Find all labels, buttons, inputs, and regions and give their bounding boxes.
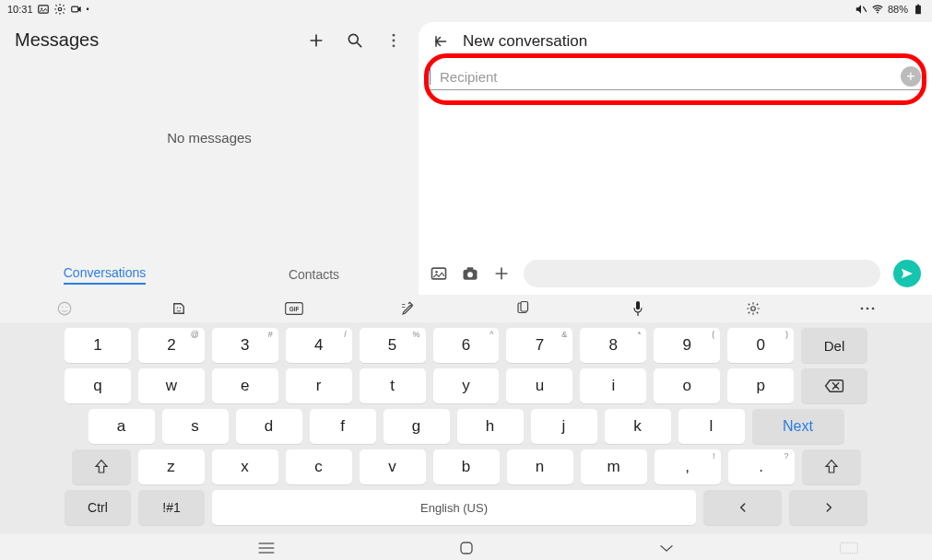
key-t[interactable]: t [360, 368, 426, 403]
keyboard-more-icon[interactable] [858, 299, 877, 318]
svg-point-29 [867, 308, 869, 310]
search-button[interactable] [345, 30, 365, 51]
key-v[interactable]: v [360, 449, 426, 484]
key-right-arrow[interactable] [789, 490, 867, 525]
key-next[interactable]: Next [752, 409, 844, 444]
key-1[interactable]: 1 [65, 328, 131, 363]
svg-rect-34 [461, 542, 472, 554]
key-ctrl[interactable]: Ctrl [65, 490, 131, 525]
key-5[interactable]: 5% [360, 328, 426, 363]
status-bar: 10:31 • 88% [0, 0, 932, 18]
key-8[interactable]: 8* [580, 328, 646, 363]
key-backspace[interactable] [801, 368, 867, 403]
key-o[interactable]: o [654, 368, 720, 403]
gallery-icon[interactable] [430, 264, 448, 283]
status-dot: • [87, 5, 89, 14]
key-9[interactable]: 9( [654, 328, 720, 363]
keyboard-settings-icon[interactable] [744, 299, 762, 318]
svg-point-21 [180, 308, 182, 309]
svg-rect-3 [71, 6, 77, 12]
key-g[interactable]: g [383, 409, 450, 444]
key-space[interactable]: English (US) [212, 490, 696, 525]
message-input[interactable] [524, 260, 880, 287]
new-conversation-pane: New conversation + [419, 22, 932, 295]
key-m[interactable]: m [581, 449, 647, 484]
back-button[interactable] [431, 31, 452, 52]
key-7[interactable]: 7& [506, 328, 572, 363]
key-delete[interactable]: Del [801, 328, 867, 363]
key-6[interactable]: 6^ [433, 328, 500, 363]
key-n[interactable]: n [507, 449, 573, 484]
key-c[interactable]: c [286, 449, 352, 484]
key-period[interactable]: .? [728, 449, 795, 484]
key-comma[interactable]: ,! [655, 449, 721, 484]
svg-point-13 [435, 271, 438, 274]
svg-line-4 [863, 6, 867, 12]
key-p[interactable]: p [727, 368, 794, 403]
back-nav-button[interactable] [655, 537, 678, 559]
key-shift-left[interactable] [72, 449, 131, 484]
key-y[interactable]: y [433, 368, 500, 403]
recipient-input[interactable] [440, 69, 893, 85]
camera-icon[interactable] [461, 264, 479, 283]
key-left-arrow[interactable] [703, 490, 782, 525]
key-w[interactable]: w [138, 368, 205, 403]
recents-button[interactable] [255, 537, 277, 559]
key-4[interactable]: 4/ [286, 328, 352, 363]
key-b[interactable]: b [433, 449, 500, 484]
key-z[interactable]: z [138, 449, 205, 484]
clipboard-tool-icon[interactable] [514, 299, 533, 318]
svg-point-11 [393, 44, 395, 47]
battery-icon [912, 3, 925, 16]
key-h[interactable]: h [457, 409, 524, 444]
key-d[interactable]: d [236, 409, 302, 444]
tab-conversations-label: Conversations [64, 265, 147, 285]
compose-bar [419, 252, 932, 295]
status-right: 88% [855, 3, 925, 16]
key-symbols[interactable]: !#1 [138, 490, 205, 525]
key-e[interactable]: e [212, 368, 278, 403]
svg-rect-7 [917, 5, 919, 6]
compose-button[interactable] [306, 30, 326, 51]
key-2[interactable]: 2@ [138, 328, 205, 363]
key-i[interactable]: i [580, 368, 646, 403]
key-r[interactable]: r [286, 368, 352, 403]
navigation-bar [0, 534, 932, 560]
key-k[interactable]: k [605, 409, 671, 444]
keyboard-switch-icon[interactable] [840, 542, 858, 556]
svg-rect-25 [521, 302, 528, 312]
home-button[interactable] [455, 537, 478, 559]
svg-point-17 [58, 302, 71, 315]
mute-icon [855, 3, 867, 16]
svg-point-20 [177, 308, 179, 309]
gif-tool-icon[interactable]: GIF [285, 299, 303, 318]
key-0[interactable]: 0) [727, 328, 794, 363]
emoji-tool-icon[interactable] [55, 299, 74, 318]
svg-point-19 [66, 307, 68, 309]
status-time: 10:31 [7, 4, 33, 15]
tab-contacts[interactable]: Contacts [209, 254, 419, 295]
status-left: 10:31 • [7, 3, 89, 16]
key-j[interactable]: j [531, 409, 597, 444]
key-q[interactable]: q [65, 368, 131, 403]
key-u[interactable]: u [506, 368, 572, 403]
key-s[interactable]: s [162, 409, 229, 444]
add-attachment-icon[interactable] [492, 264, 511, 283]
key-a[interactable]: a [88, 409, 155, 444]
tab-conversations[interactable]: Conversations [0, 254, 209, 295]
add-recipient-button[interactable]: + [901, 66, 921, 87]
key-l[interactable]: l [678, 409, 745, 444]
svg-point-27 [750, 307, 755, 311]
key-f[interactable]: f [310, 409, 376, 444]
svg-point-9 [393, 33, 395, 36]
send-button[interactable] [893, 260, 921, 287]
key-shift-right[interactable] [802, 449, 861, 484]
more-options-button[interactable] [383, 30, 404, 51]
key-3[interactable]: 3# [212, 328, 278, 363]
voice-tool-icon[interactable] [629, 299, 647, 318]
handwriting-tool-icon[interactable] [399, 299, 418, 318]
text-cursor [430, 68, 431, 85]
key-x[interactable]: x [212, 449, 278, 484]
svg-rect-35 [841, 542, 858, 553]
sticker-tool-icon[interactable] [170, 299, 188, 318]
